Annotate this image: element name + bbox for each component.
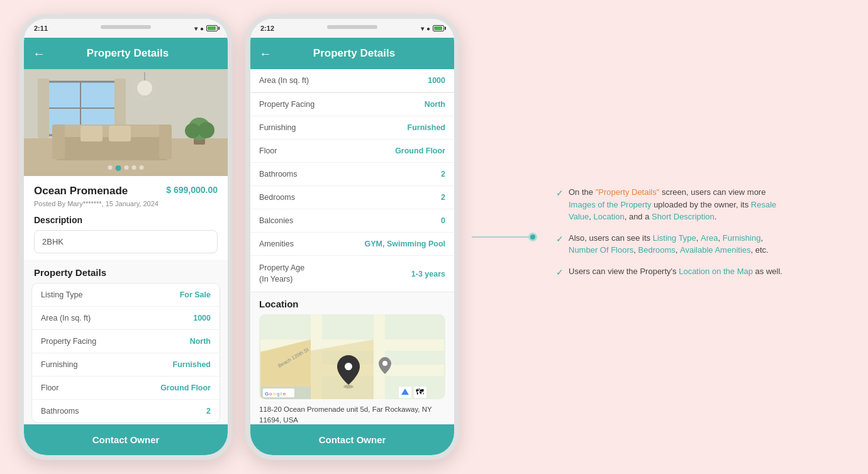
- contact-owner-btn-1[interactable]: Contact Owner: [24, 424, 228, 455]
- detail-label-bathrooms: Bathrooms: [41, 407, 79, 416]
- battery-icon: [206, 25, 218, 31]
- svg-point-43: [382, 361, 387, 366]
- phone-1: 2:11 ▾ ● ← Property Details: [19, 14, 233, 460]
- annotation-3: ✓ Users can view the Property's Location…: [556, 265, 782, 279]
- svg-text:G: G: [265, 391, 269, 397]
- notch: [101, 25, 151, 29]
- dot-4: [132, 165, 136, 170]
- contact-owner-btn-2[interactable]: Contact Owner: [250, 424, 454, 455]
- detail-row-listing: Listing Type For Sale: [32, 284, 220, 307]
- svg-text:o: o: [273, 391, 276, 397]
- d2-value-balconies: 0: [441, 216, 445, 225]
- annotation-1: ✓ On the "Property Details" screen, user…: [556, 186, 782, 223]
- annotation-text-3: Users can view the Property's Location o…: [569, 265, 782, 278]
- property-address: 118-20 Ocean Promenade unit 5d, Far Rock…: [259, 404, 445, 424]
- d2-label-balconies: Balconies: [259, 216, 293, 225]
- svg-rect-10: [52, 124, 65, 159]
- check-icon-2: ✓: [556, 233, 564, 246]
- signal-icon-2: ●: [426, 25, 430, 32]
- dot-5: [140, 165, 144, 170]
- time-2: 2:12: [260, 25, 274, 32]
- detail-label-area: Area (In sq. ft): [41, 314, 91, 322]
- detail-label-floor: Floor: [41, 383, 58, 392]
- annotation-text-1: On the "Property Details" screen, users …: [569, 186, 782, 223]
- d2-label-furnishing: Furnishing: [259, 123, 296, 132]
- svg-rect-12: [81, 126, 103, 141]
- dot-2-active[interactable]: [116, 165, 121, 171]
- posted-by: Posted By Mary*******, 15 January, 2024: [34, 200, 218, 207]
- details-table-2: Property Facing North Furnishing Furnish…: [250, 92, 454, 292]
- property-details-heading: Property Details: [24, 260, 228, 283]
- detail-row-area: Area (In sq. ft) 1000: [32, 307, 220, 330]
- app-header-1: ← Property Details: [24, 38, 228, 69]
- property-info-section: Ocean Promenade $ 699,000.00 Posted By M…: [24, 176, 228, 260]
- detail-value-area: 1000: [193, 314, 211, 322]
- d2-value-floor: Ground Floor: [395, 146, 445, 155]
- status-icons-1: ▾ ●: [194, 25, 218, 32]
- back-button-1[interactable]: ←: [33, 47, 45, 61]
- annotation-container: ✓ On the "Property Details" screen, user…: [472, 174, 849, 300]
- map-container[interactable]: Beach 120th St G o o g l e: [259, 314, 445, 399]
- property-price: $ 699,000.00: [166, 185, 218, 195]
- app-header-2: ← Property Details: [250, 38, 454, 69]
- d2-value-age: 1-3 years: [411, 270, 445, 278]
- d2-row-balconies: Balconies 0: [250, 209, 454, 233]
- svg-rect-6: [38, 79, 49, 138]
- d2-label-bathrooms: Bathrooms: [259, 170, 297, 179]
- connector-group: [472, 233, 537, 241]
- property-image: [24, 69, 228, 176]
- image-dots: [108, 165, 144, 171]
- status-bar-1: 2:11 ▾ ●: [24, 19, 228, 38]
- svg-text:l: l: [281, 391, 282, 397]
- wifi-icon-2: ▾: [421, 25, 424, 32]
- connector-dot: [528, 233, 537, 241]
- d2-label-age: Property Age(In Years): [259, 263, 304, 285]
- description-box: 2BHK: [34, 230, 218, 253]
- detail-value-facing: North: [190, 337, 211, 346]
- check-icon-3: ✓: [556, 266, 564, 279]
- d2-label-amenities: Amenities: [259, 240, 294, 248]
- notch-2: [327, 25, 377, 29]
- phone-2-content: Area (In sq. ft) 1000 Property Facing No…: [250, 69, 454, 424]
- phone-1-content: Ocean Promenade $ 699,000.00 Posted By M…: [24, 69, 228, 424]
- detail-row-facing: Property Facing North: [32, 330, 220, 353]
- svg-rect-25: [374, 314, 385, 399]
- d2-label-facing: Property Facing: [259, 100, 314, 109]
- partial-area-label: Area (In sq. ft): [259, 76, 309, 85]
- dot-1: [108, 165, 113, 170]
- d2-value-bathrooms: 2: [441, 170, 445, 179]
- annotation-2: ✓ Also, users can see its Listing Type, …: [556, 232, 782, 256]
- svg-rect-11: [159, 124, 172, 159]
- status-icons-2: ▾ ●: [421, 25, 444, 32]
- detail-row-furnishing: Furnishing Furnished: [32, 353, 220, 377]
- svg-point-20: [198, 122, 214, 138]
- detail-value-furnishing: Furnished: [173, 360, 211, 369]
- property-name-row: Ocean Promenade $ 699,000.00: [34, 185, 218, 197]
- detail-row-bathrooms: Bathrooms 2: [32, 400, 220, 422]
- svg-text:e: e: [283, 391, 286, 397]
- d2-value-bedrooms: 2: [441, 193, 445, 202]
- description-label: Description: [34, 215, 218, 225]
- svg-text:o: o: [269, 391, 272, 397]
- svg-text:🗺: 🗺: [416, 387, 424, 397]
- svg-text:g: g: [277, 391, 279, 397]
- property-name: Ocean Promenade: [34, 185, 128, 197]
- detail-value-listing: For Sale: [180, 290, 211, 299]
- d2-row-facing: Property Facing North: [250, 93, 454, 116]
- d2-value-amenities: GYM, Swimming Pool: [365, 240, 445, 248]
- d2-label-floor: Floor: [259, 146, 277, 155]
- svg-point-31: [345, 363, 352, 370]
- detail-value-bathrooms: 2: [206, 407, 211, 416]
- d2-row-bathrooms: Bathrooms 2: [250, 163, 454, 186]
- d2-label-bedrooms: Bedrooms: [259, 193, 295, 202]
- svg-point-15: [137, 80, 152, 96]
- back-button-2[interactable]: ←: [259, 47, 272, 61]
- time-1: 2:11: [34, 25, 48, 32]
- check-icon-1: ✓: [556, 187, 564, 200]
- header-title-1: Property Details: [53, 47, 203, 60]
- d2-row-furnishing: Furnishing Furnished: [250, 116, 454, 140]
- location-title: Location: [259, 299, 445, 309]
- annotation-section: ✓ On the "Property Details" screen, user…: [537, 174, 801, 300]
- d2-row-amenities: Amenities GYM, Swimming Pool: [250, 233, 454, 256]
- detail-label-furnishing: Furnishing: [41, 360, 77, 369]
